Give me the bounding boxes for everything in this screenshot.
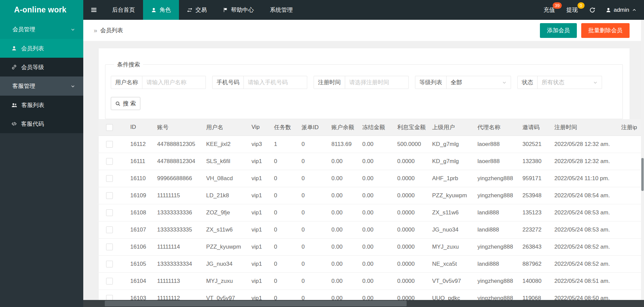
nav-item-system[interactable]: 系统管理 — [262, 0, 301, 20]
table-row: 1610513333333334JG_nuo34vip1000.000.000.… — [99, 255, 644, 272]
add-member-button[interactable]: 添加会员 — [540, 23, 577, 38]
row-checkbox[interactable] — [106, 278, 113, 285]
select-level[interactable]: 全部 — [447, 76, 511, 89]
sidebar: A-online work 会员管理会员列表会员等级客服管理客服列表客服代码 — [0, 0, 83, 307]
recharge-button[interactable]: 充值 39 — [538, 0, 561, 20]
nav-item-role[interactable]: 角色 — [143, 0, 179, 20]
cell: 0.00 — [326, 221, 357, 238]
chevron-down-icon — [593, 80, 598, 85]
sidebar-item-service-code[interactable]: 客服代码 — [0, 114, 83, 133]
select-value: 全部 — [451, 79, 462, 86]
sidebar-item-member-level[interactable]: 会员等级 — [0, 58, 83, 76]
cell: 0 — [296, 187, 326, 204]
cell: 0 — [296, 204, 326, 221]
row-checkbox[interactable] — [106, 175, 113, 182]
cell: 0.00 — [357, 153, 392, 170]
cell: MYJ_zuxu — [427, 238, 472, 255]
field-label: 等级列表 — [415, 76, 447, 89]
field-label: 状态 — [518, 76, 538, 89]
cell: NE_xca5t — [427, 255, 472, 272]
menu-toggle-button[interactable] — [83, 0, 104, 20]
sidebar-group-member[interactable]: 会员管理 — [0, 20, 83, 39]
sidebar-item-service-list[interactable]: 客服列表 — [0, 96, 83, 114]
vertical-scrollbar[interactable] — [641, 20, 644, 300]
row-checkbox[interactable] — [106, 141, 113, 148]
table-row: 1610813333333336ZOZ_9fjevip1000.000.000.… — [99, 204, 644, 221]
select-all-checkbox[interactable] — [106, 124, 113, 131]
column-header: 派单ID — [296, 119, 326, 136]
user-menu[interactable]: admin — [601, 0, 644, 20]
member-table: ID账号用户名Vip任务数派单ID账户余额冻结金额利息宝金额上级用户代理名称邀请… — [99, 119, 644, 307]
horizontal-scrollbar-thumb[interactable] — [105, 301, 407, 306]
row-checkbox[interactable] — [106, 244, 113, 250]
row-checkbox[interactable] — [106, 209, 113, 216]
nav-item-trade[interactable]: 交易 — [179, 0, 215, 20]
cell: JG_nuo34 — [427, 221, 472, 238]
cell: vip1 — [246, 204, 269, 221]
top-navbar: 后台首页角色交易帮助中心系统管理 充值 39 提现 0 admin — [83, 0, 644, 20]
sidebar-item-member-list[interactable]: 会员列表 — [0, 39, 83, 58]
cell: 0.0000 — [392, 221, 427, 238]
cell: 0.00 — [357, 187, 392, 204]
horizontal-scrollbar[interactable] — [83, 300, 644, 307]
cell: 0.0000 — [392, 187, 427, 204]
cell: 0 — [269, 221, 296, 238]
user-icon — [606, 7, 611, 13]
cell: 0.0000 — [392, 272, 427, 290]
chevron-down-icon — [502, 80, 507, 85]
input-regtime[interactable] — [345, 76, 408, 89]
sidebar-group-service[interactable]: 客服管理 — [0, 76, 83, 96]
cell: 16106 — [125, 238, 152, 255]
nav-item-label: 交易 — [195, 6, 207, 14]
cell — [616, 238, 644, 255]
row-checkbox[interactable] — [106, 158, 113, 165]
row-checkbox[interactable] — [106, 226, 113, 233]
cell: 13333333334 — [152, 255, 201, 272]
cell: 500.0000 — [392, 136, 427, 153]
nav-items: 后台首页角色交易帮助中心系统管理 — [104, 0, 301, 20]
column-header: 利息宝金额 — [392, 119, 427, 136]
nav-item-home[interactable]: 后台首页 — [104, 0, 143, 20]
cell: landi888 — [472, 204, 517, 221]
withdraw-badge: 0 — [578, 2, 585, 9]
cell: 16105 — [125, 255, 152, 272]
main-content: » 会员列表 添加会员 批量删除会员 条件搜索 用户名称手机号码注册时间等级列表… — [83, 20, 644, 307]
cell: 0.00 — [357, 238, 392, 255]
row-checkbox[interactable] — [106, 192, 113, 199]
cell: 0 — [269, 238, 296, 255]
input-phone[interactable] — [244, 76, 307, 89]
cell — [616, 170, 644, 187]
cell: 0 — [269, 187, 296, 204]
refresh-button[interactable] — [584, 0, 601, 20]
select-status[interactable]: 所有状态 — [538, 76, 602, 89]
cell: 447888812305 — [152, 136, 201, 153]
nav-item-help[interactable]: 帮助中心 — [215, 0, 262, 20]
breadcrumb-bar: » 会员列表 添加会员 批量删除会员 — [83, 20, 644, 41]
cell: 2022/05/24 08:54 am. — [549, 187, 616, 204]
search-panel: 条件搜索 用户名称手机号码注册时间等级列表全部状态所有状态 搜 索 — [105, 61, 623, 119]
cell: vip1 — [246, 255, 269, 272]
cell: 0.00 — [326, 238, 357, 255]
search-field-username: 用户名称 — [111, 76, 206, 89]
vertical-scrollbar-thumb[interactable] — [641, 158, 644, 191]
field-label: 注册时间 — [314, 76, 345, 89]
cell: AHF_1prb — [427, 170, 472, 187]
cell: KEE_jixl2 — [201, 136, 246, 153]
cell: 0 — [296, 255, 326, 272]
search-button-label: 搜 索 — [123, 100, 136, 107]
input-username[interactable] — [142, 76, 205, 89]
withdraw-button[interactable]: 提现 0 — [561, 0, 584, 20]
search-button[interactable]: 搜 索 — [111, 97, 140, 110]
cell: 0 — [296, 272, 326, 290]
sidebar-item-label: 客服代码 — [21, 120, 44, 128]
row-checkbox[interactable] — [106, 261, 113, 267]
cell: SLS_k6fil — [201, 153, 246, 170]
withdraw-label: 提现 — [566, 6, 578, 14]
user-icon — [151, 7, 156, 13]
cell: 8113.69 — [326, 136, 357, 153]
cell: PZZ_kyuwpm — [427, 187, 472, 204]
search-field-status: 状态所有状态 — [517, 76, 602, 89]
cell: 0.0000 — [392, 170, 427, 187]
cell: landi888 — [472, 221, 517, 238]
batch-delete-button[interactable]: 批量删除会员 — [581, 23, 630, 38]
